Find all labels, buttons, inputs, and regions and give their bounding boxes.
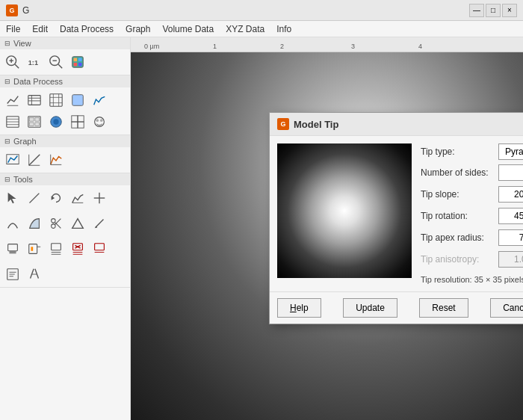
- tip-anisotropy-input: [498, 251, 523, 268]
- sidebar-section-data-process: ⊟ Data Process: [0, 75, 130, 135]
- dp-icon-6: [5, 114, 20, 129]
- number-of-sides-input[interactable]: [498, 164, 523, 181]
- sidebar-section-graph-header[interactable]: ⊟ Graph: [0, 135, 130, 147]
- modal-title-bar: G Model Tip ×: [270, 113, 523, 136]
- tip-type-select[interactable]: Pyramid Cone Sphere Custom: [498, 143, 523, 160]
- number-of-sides-spinbox: ▲ ▼: [498, 164, 523, 182]
- menu-item-file[interactable]: File: [0, 22, 26, 36]
- cancel-label: Cancel: [503, 303, 523, 313]
- rotate-tool[interactable]: [46, 188, 66, 209]
- triangle-tool[interactable]: [67, 213, 88, 234]
- dp-icon-4: [70, 93, 85, 108]
- modal-dialog: G Model Tip × T: [269, 112, 523, 324]
- dp-tool-5[interactable]: [89, 90, 110, 111]
- measure-tool[interactable]: [24, 188, 45, 209]
- pen-tool[interactable]: [89, 213, 110, 234]
- maximize-button[interactable]: □: [486, 4, 501, 17]
- menu-item-info[interactable]: Info: [270, 22, 297, 36]
- dp-tool-2[interactable]: [24, 90, 45, 111]
- menu-item-data-process[interactable]: Data Process: [54, 22, 120, 36]
- svg-rect-14: [28, 96, 40, 105]
- sidebar-section-data-process-header[interactable]: ⊟ Data Process: [0, 75, 130, 87]
- tip-rotation-input[interactable]: [498, 208, 523, 224]
- menu-item-xyz-data[interactable]: XYZ Data: [220, 22, 270, 36]
- tip-rotation-row: Tip rotation: ▲ ▼ deg: [421, 207, 523, 225]
- title-bar: G G — □ ×: [0, 0, 523, 21]
- tip-slope-input[interactable]: [498, 186, 523, 203]
- zoom-out-button[interactable]: [46, 52, 66, 72]
- color-button[interactable]: [67, 52, 88, 72]
- brush-tool[interactable]: [46, 238, 66, 259]
- zoom-out-icon: [49, 55, 64, 70]
- help-button[interactable]: Help: [277, 298, 321, 318]
- zoom-actual-button[interactable]: 1:1: [24, 52, 45, 72]
- profile-tool[interactable]: [67, 188, 88, 209]
- delete-tool[interactable]: [67, 238, 88, 259]
- area-tool[interactable]: [24, 213, 45, 234]
- update-button[interactable]: Update: [343, 298, 397, 318]
- delete-icon: [70, 241, 85, 256]
- menu-item-graph[interactable]: Graph: [120, 22, 156, 36]
- erase-tool[interactable]: [89, 238, 110, 259]
- graph-tool-2[interactable]: [24, 149, 45, 170]
- cancel-button[interactable]: Cancel: [490, 298, 523, 318]
- pointer-tool[interactable]: [2, 188, 23, 209]
- mark-tool[interactable]: [89, 188, 110, 209]
- sidebar-section-tools-header[interactable]: ⊟ Tools: [0, 173, 130, 185]
- menu-item-volume-data[interactable]: Volume Data: [156, 22, 220, 36]
- reset-label: Reset: [432, 303, 455, 313]
- dp-icon-8: [49, 114, 64, 129]
- paint-tool[interactable]: [24, 238, 45, 259]
- sidebar-section-view-header[interactable]: ⊟ View: [0, 37, 130, 49]
- graph-tool-3[interactable]: [46, 149, 66, 170]
- dp-tool-4[interactable]: [67, 90, 88, 111]
- dp-tool-9[interactable]: [67, 111, 88, 132]
- modal-controls: Tip type: Pyramid Cone Sphere Custom: [421, 143, 523, 284]
- modal-body: Tip type: Pyramid Cone Sphere Custom: [270, 136, 523, 291]
- menu-item-edit[interactable]: Edit: [26, 22, 54, 36]
- minimize-button[interactable]: —: [469, 4, 484, 17]
- tip-apex-label: Tip apex radius:: [421, 232, 495, 243]
- svg-rect-64: [9, 251, 16, 254]
- collapse-icon: ⊟: [4, 40, 10, 47]
- dp-tool-10[interactable]: [89, 111, 110, 132]
- svg-rect-12: [78, 63, 82, 67]
- svg-rect-63: [8, 244, 18, 251]
- pen-icon: [92, 216, 107, 231]
- dp-tool-7[interactable]: [24, 111, 45, 132]
- tools-grid-3: [0, 236, 130, 262]
- mark-icon: [92, 191, 107, 206]
- tip-rotation-spinbox: ▲ ▼: [498, 207, 523, 225]
- script-tool[interactable]: [24, 264, 45, 285]
- annotate-icon: [5, 267, 20, 282]
- tip-slope-spinbox: ▲ ▼: [498, 185, 523, 203]
- svg-marker-49: [8, 193, 16, 204]
- curve-tool[interactable]: [2, 213, 23, 234]
- svg-marker-52: [52, 196, 55, 200]
- dp-tool-8[interactable]: [46, 111, 66, 132]
- dp-tool-6[interactable]: [2, 111, 23, 132]
- data-process-tools-grid: [0, 87, 130, 135]
- close-button[interactable]: ×: [502, 4, 517, 17]
- app-title: G: [22, 5, 469, 16]
- sidebar-section-tools: ⊟ Tools: [0, 173, 130, 288]
- graph-tool-1[interactable]: [2, 149, 23, 170]
- erase-icon: [92, 241, 107, 256]
- reset-button[interactable]: Reset: [419, 298, 468, 318]
- stamp-tool[interactable]: [2, 238, 23, 259]
- dp-tool-3[interactable]: [46, 90, 66, 111]
- script-icon: [27, 267, 42, 282]
- sidebar-section-graph-label: Graph: [13, 137, 37, 146]
- svg-point-56: [52, 219, 55, 223]
- modal-title-icon: G: [277, 118, 289, 130]
- app-icon: G: [6, 4, 18, 16]
- scissors-tool[interactable]: [46, 213, 66, 234]
- dp-tool-1[interactable]: [2, 90, 23, 111]
- modal-overlay: G Model Tip × T: [131, 37, 523, 420]
- tip-apex-input[interactable]: [498, 229, 523, 246]
- color-icon: [70, 55, 85, 70]
- sidebar-section-tools-label: Tools: [13, 175, 33, 184]
- tip-resolution-text: Tip resolution: 35 × 35 pixels: [421, 275, 523, 284]
- zoom-in-button[interactable]: [2, 52, 23, 72]
- annotate-tool[interactable]: [2, 264, 23, 285]
